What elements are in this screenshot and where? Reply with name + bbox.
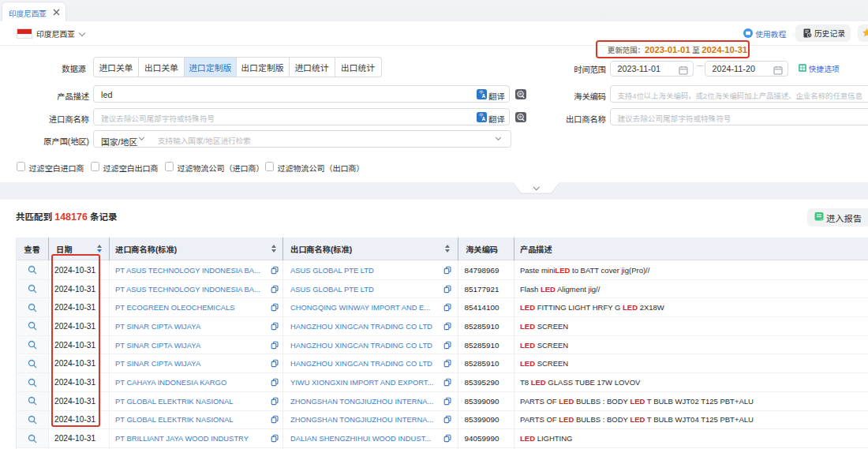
svg-text:A: A — [482, 93, 486, 99]
svg-text:A: A — [482, 116, 486, 122]
